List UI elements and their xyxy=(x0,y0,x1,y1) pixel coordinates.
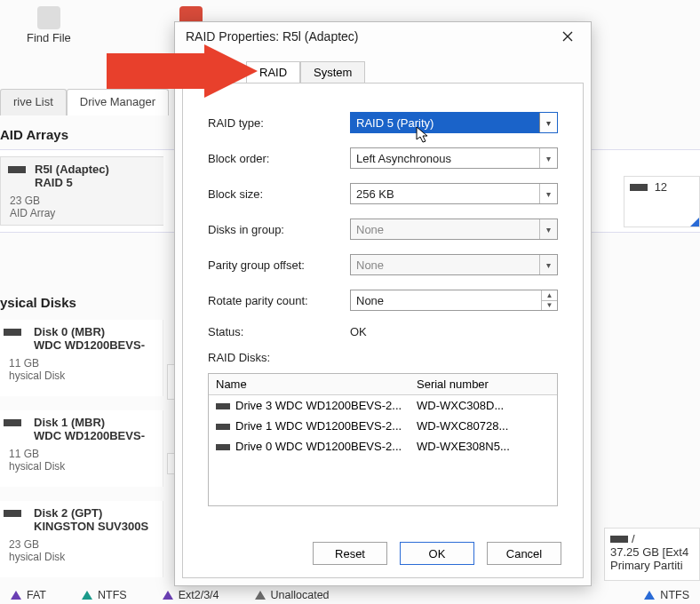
raid-properties-dialog: RAID Properties: R5l (Adaptec) RAID Syst… xyxy=(174,21,592,586)
parity-group-offset-combo[interactable]: None ▾ xyxy=(350,254,558,275)
disk-model: KINGSTON SUV300S xyxy=(34,520,154,533)
label-raid-disks: RAID Disks: xyxy=(208,351,558,364)
list-header: Name Serial number xyxy=(209,374,557,395)
disk-name: Drive 1 WDC WD1200BEVS-2... xyxy=(235,419,402,433)
disk-kind: hysical Disk xyxy=(9,551,154,563)
raid-type-combo[interactable]: RAID 5 (Parity) ▾ xyxy=(350,112,558,133)
chevron-down-icon: ▾ xyxy=(539,255,557,274)
filesystem-legend: FAT NTFS Ext2/3/4 Unallocated NTFS xyxy=(0,586,700,604)
svg-marker-0 xyxy=(107,44,258,98)
disk-serial: WD-WXC80728... xyxy=(410,417,557,434)
disk-kind: hysical Disk xyxy=(9,460,154,473)
toolbar-find-file[interactable]: Find File xyxy=(27,6,71,44)
right-partition-card: / 37.25 GB [Ext4 Primary Partiti xyxy=(604,528,700,581)
disk-name: Drive 0 WDC WD1200BEVS-2... xyxy=(235,440,402,453)
label-rotate-parity-count: Rotate parity count: xyxy=(208,294,350,307)
col-serial[interactable]: Serial number xyxy=(410,374,557,394)
partition-type: Primary Partiti xyxy=(610,559,694,572)
disk2-card[interactable]: Disk 2 (GPT) KINGSTON SUV300S 23 GB hysi… xyxy=(0,501,163,577)
section-raid-arrays: AID Arrays xyxy=(0,127,68,142)
rotate-parity-count-value: None xyxy=(356,294,384,307)
drive-icon xyxy=(4,419,21,426)
fs-ntfs: NTFS xyxy=(98,589,127,601)
label-raid-type: RAID type: xyxy=(208,116,350,130)
chevron-down-icon: ▾ xyxy=(539,219,557,239)
list-item[interactable]: Drive 3 WDC WD1200BEVS-2... WD-WXC308D..… xyxy=(209,395,557,416)
drive-icon xyxy=(216,444,230,450)
disk1-card[interactable]: Disk 1 (MBR) WDC WD1200BEVS- 11 GB hysic… xyxy=(0,410,163,487)
disk-size: 11 GB xyxy=(9,448,154,460)
close-icon xyxy=(562,31,573,42)
ext-swatch-icon xyxy=(163,591,173,600)
mount-point: / xyxy=(632,532,635,545)
fs-ntfs2: NTFS xyxy=(660,589,689,601)
raid-array-card[interactable]: R5l (Adaptec) RAID 5 23 GB AID Array xyxy=(0,156,163,226)
label-block-order: Block order: xyxy=(208,152,350,165)
search-icon xyxy=(37,6,60,29)
ok-button[interactable]: OK xyxy=(400,542,474,565)
disk-name: Disk 0 (MBR) xyxy=(34,325,154,338)
disk-size: 11 GB xyxy=(9,357,154,370)
spinner-up-icon[interactable]: ▲ xyxy=(541,290,557,300)
drive-icon xyxy=(610,536,628,543)
block-order-value: Left Asynchronous xyxy=(356,152,451,165)
reset-button[interactable]: Reset xyxy=(313,542,387,565)
disk-name: Drive 3 WDC WD1200BEVS-2... xyxy=(235,399,402,412)
drive-icon xyxy=(216,424,230,430)
dialog-title: RAID Properties: R5l (Adaptec) xyxy=(186,29,359,44)
parity-group-offset-value: None xyxy=(356,258,384,272)
annotation-arrow-icon xyxy=(107,44,258,98)
col-name[interactable]: Name xyxy=(209,374,410,394)
chevron-down-icon: ▾ xyxy=(539,148,557,168)
disks-in-group-combo[interactable]: None ▾ xyxy=(350,219,558,240)
chevron-down-icon: ▾ xyxy=(539,184,557,203)
resize-corner-icon xyxy=(690,218,699,226)
drive-icon xyxy=(8,166,26,173)
raid-type-value: RAID 5 (Parity) xyxy=(356,116,434,130)
raid-tab-panel: RAID type: RAID 5 (Parity) ▾ Block order… xyxy=(182,83,584,578)
list-item[interactable]: Drive 0 WDC WD1200BEVS-2... WD-WXE308N5.… xyxy=(209,436,557,457)
list-item[interactable]: Drive 1 WDC WD1200BEVS-2... WD-WXC80728.… xyxy=(209,416,557,436)
disk-model: WDC WD1200BEVS- xyxy=(34,338,154,352)
rotate-parity-count-spinner[interactable]: None ▲ ▼ xyxy=(350,290,558,311)
toolbar-label: Find File xyxy=(27,31,71,44)
block-size-value: 256 KB xyxy=(356,187,394,201)
tab-system[interactable]: System xyxy=(300,61,365,83)
raid-level: RAID 5 xyxy=(35,176,155,189)
unalloc-swatch-icon xyxy=(255,591,266,600)
chevron-down-icon: ▾ xyxy=(539,113,557,132)
label-status: Status: xyxy=(208,325,350,338)
drive-icon xyxy=(216,403,230,409)
label-block-size: Block size: xyxy=(208,187,350,201)
spinner-down-icon[interactable]: ▼ xyxy=(541,300,557,311)
disk0-card[interactable]: Disk 0 (MBR) WDC WD1200BEVS- 11 GB hysic… xyxy=(0,320,163,396)
cancel-button[interactable]: Cancel xyxy=(487,542,561,565)
raid-kind: AID Array xyxy=(10,207,155,219)
disks-in-group-value: None xyxy=(356,223,384,236)
fs-fat: FAT xyxy=(27,589,46,601)
close-button[interactable] xyxy=(553,24,582,49)
disk-model: WDC WD1200BEVS- xyxy=(34,429,154,442)
dialog-buttons: Reset OK Cancel xyxy=(313,542,561,565)
right-peek-card: 12 xyxy=(624,176,700,227)
tab-drive-list[interactable]: rive List xyxy=(0,89,67,115)
disk-serial: WD-WXC308D... xyxy=(410,397,557,414)
dialog-tabs: RAID System xyxy=(246,61,584,83)
fs-ext: Ext2/3/4 xyxy=(179,589,219,601)
raid-disks-list[interactable]: Name Serial number Drive 3 WDC WD1200BEV… xyxy=(208,373,558,506)
disk-name: Disk 1 (MBR) xyxy=(34,416,154,429)
ntfs-swatch-icon xyxy=(82,591,92,600)
disk-kind: hysical Disk xyxy=(9,370,154,382)
drive-icon xyxy=(4,510,21,517)
section-physical-disks: ysical Disks xyxy=(0,295,76,310)
block-order-combo[interactable]: Left Asynchronous ▾ xyxy=(350,147,558,169)
label-parity-group-offset: Parity group offset: xyxy=(208,258,350,272)
fat-swatch-icon xyxy=(11,591,21,600)
disk-serial: WD-WXE308N5... xyxy=(410,438,557,455)
disk-size: 23 GB xyxy=(9,538,154,551)
drive-icon xyxy=(630,184,648,191)
partition-size: 37.25 GB [Ext4 xyxy=(610,545,694,559)
label-disks-in-group: Disks in group: xyxy=(208,223,350,236)
block-size-combo[interactable]: 256 KB ▾ xyxy=(350,183,558,204)
peek-number: 12 xyxy=(655,180,667,194)
